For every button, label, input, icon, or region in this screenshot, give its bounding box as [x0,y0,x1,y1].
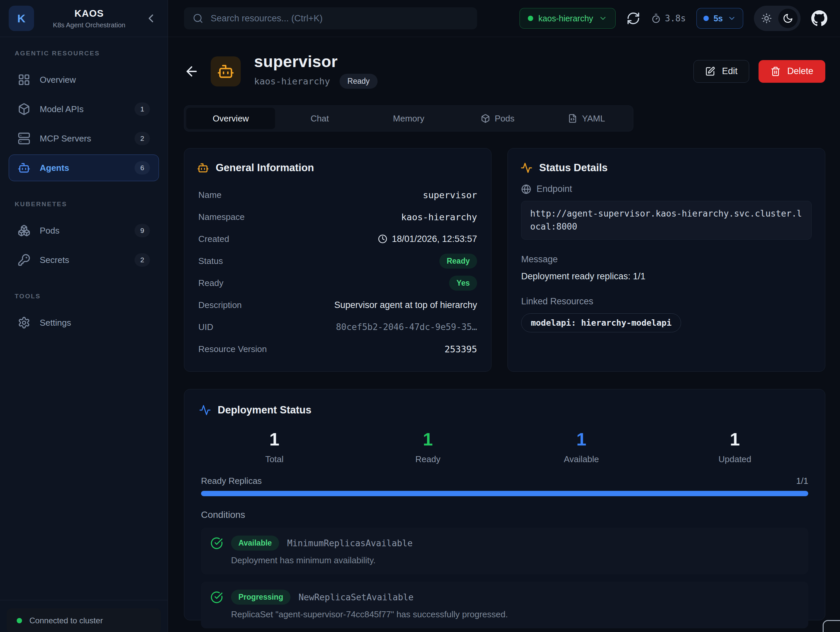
agent-icon-tile [211,57,241,87]
interval-status-dot [703,16,709,21]
info-row-name: Name supervisor [196,184,480,206]
condition-available: Available MinimumReplicasAvailable Deplo… [201,528,808,574]
light-theme-button[interactable] [757,9,776,28]
condition-progressing: Progressing NewReplicaSetAvailable Repli… [201,582,808,628]
endpoint-value: http://agent-supervisor.kaos-hierarchy.s… [521,201,812,240]
app-logo: K [9,6,34,31]
sidebar-item-secrets[interactable]: Secrets 2 [9,247,159,273]
card-title: Deployment Status [218,404,311,416]
created-value: 18/01/2026, 12:53:57 [392,234,477,244]
condition-message: Deployment has minimum availability. [231,555,799,566]
title-subrow: kaos-hierarchy Ready [254,74,377,89]
topbar: kaos-hierarchy 3.8s [168,0,840,37]
linked-resources-label: Linked Resources [521,296,812,307]
stat-available: 1 Available [505,430,658,465]
sidebar-item-label: Overview [40,75,76,85]
tab-pods[interactable]: Pods [453,108,542,129]
dark-theme-button[interactable] [778,9,797,28]
sidebar-item-label: Settings [40,318,71,328]
tab-overview[interactable]: Overview [186,108,275,129]
activity-icon [199,404,211,416]
info-row-status: Status Ready [196,250,480,272]
info-row-description: Description Supervisor agent at top of h… [196,294,480,316]
sidebar-item-overview[interactable]: Overview [9,66,159,93]
info-value: 80cef5b2-2046-47dc-9e59-35… [336,322,477,332]
sidebar-item-model-apis[interactable]: Model APIs 1 [9,96,159,123]
tab-label: Overview [213,113,249,124]
connection-status-label: Connected to cluster [29,616,103,625]
card-title: Status Details [539,162,608,174]
topbar-controls: kaos-hierarchy 3.8s [519,6,827,31]
clock-icon [378,234,387,244]
sidebar-item-mcp-servers[interactable]: MCP Servers 2 [9,125,159,152]
cube-icon [18,103,30,115]
robot-icon [197,162,209,174]
title-block: supervisor kaos-hierarchy Ready [254,54,377,89]
info-cards-row: General Information Name supervisor Name… [184,148,825,372]
sidebar-item-settings[interactable]: Settings [9,309,159,336]
chevron-down-icon [598,14,607,23]
sidebar: K KAOS K8s Agent Orchestration AGENTIC R… [0,0,168,632]
conditions-label: Conditions [201,509,808,520]
info-label: Name [198,190,221,200]
info-value: Supervisor agent at top of hierarchy [334,300,477,310]
ready-badge: Yes [449,276,477,291]
back-button[interactable] [184,64,199,79]
trash-icon [771,66,781,76]
card-title: General Information [216,162,314,174]
app-root: K KAOS K8s Agent Orchestration AGENTIC R… [0,0,840,632]
stat-label: Total [197,454,351,465]
refresh-button[interactable] [626,11,640,25]
namespace-status-dot [528,16,533,21]
ready-replicas-value: 1/1 [796,476,808,486]
tab-memory[interactable]: Memory [364,108,453,129]
page-title: supervisor [254,54,377,70]
condition-reason: MinimumReplicasAvailable [287,538,413,548]
replicas-progress-track [201,491,808,496]
resource-header: supervisor kaos-hierarchy Ready Edit [184,54,825,89]
condition-status-badge: Progressing [231,589,291,605]
condition-status-badge: Available [231,536,279,551]
edit-button[interactable]: Edit [693,60,749,83]
connected-status-dot [17,618,22,623]
sidebar-collapse-button[interactable] [144,12,158,25]
app-title: KAOS [42,8,136,19]
endpoint-label-row: Endpoint [521,184,812,194]
tab-yaml[interactable]: YAML [542,108,631,129]
stat-value: 1 [505,430,658,448]
info-row-uid: UID 80cef5b2-2046-47dc-9e59-35… [196,316,480,338]
replicas-progress-fill [201,491,808,496]
delete-button-label: Delete [787,66,813,76]
server-icon [18,132,30,145]
stat-ready: 1 Ready [351,430,505,465]
info-value: kaos-hierarchy [401,212,477,222]
search-box[interactable] [184,7,477,29]
page-content: supervisor kaos-hierarchy Ready Edit [168,37,840,632]
load-time-value: 3.8s [665,13,686,24]
offscreen-corner-widget[interactable] [823,620,840,632]
key-icon [18,254,30,266]
tab-chat[interactable]: Chat [275,108,364,129]
sidebar-footer: Connected to cluster [0,600,167,632]
namespace-selector[interactable]: kaos-hierarchy [519,8,616,29]
github-link[interactable] [811,10,827,26]
condition-header: Progressing NewReplicaSetAvailable [210,589,799,605]
tab-label: Memory [393,113,424,124]
card-title-row: Deployment Status [199,404,810,416]
stat-label: Updated [658,454,812,465]
sidebar-item-pods[interactable]: Pods 9 [9,217,159,244]
sidebar-item-agents[interactable]: Agents 6 [9,154,159,181]
condition-reason: NewReplicaSetAvailable [298,592,413,602]
resource-namespace: kaos-hierarchy [254,76,330,87]
stat-label: Ready [351,454,505,465]
chevron-down-icon [728,14,736,23]
search-input[interactable] [210,13,468,24]
deployment-status-card: Deployment Status 1 Total 1 Ready 1 Avai… [184,389,825,620]
sidebar-item-label: Agents [40,163,69,173]
grid-icon [18,73,30,86]
linked-resource-chip[interactable]: modelapi: hierarchy-modelapi [521,313,681,333]
refresh-interval-selector[interactable]: 5s [696,8,743,29]
delete-button[interactable]: Delete [758,60,825,83]
info-value: 253395 [444,344,477,355]
info-label: Resource Version [198,344,267,355]
